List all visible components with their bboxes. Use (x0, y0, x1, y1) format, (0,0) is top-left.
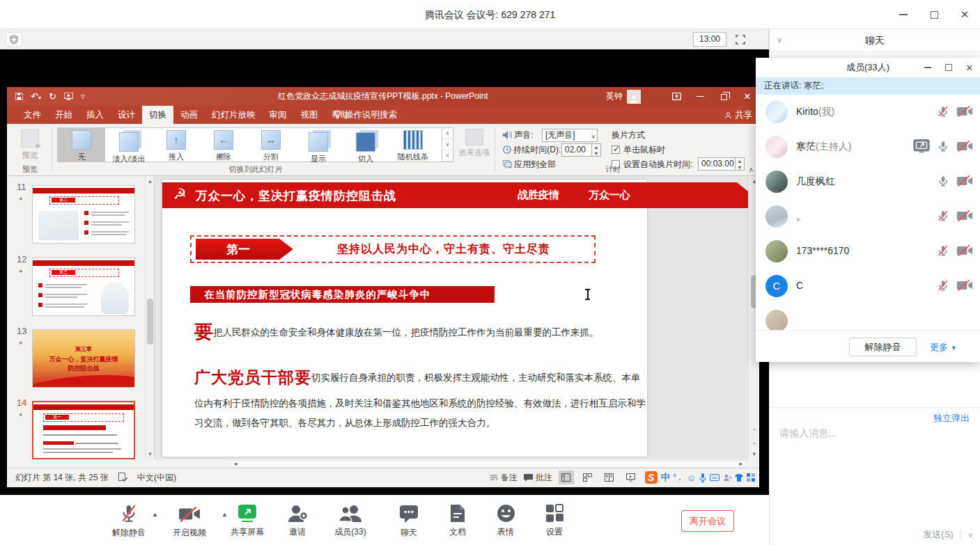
member-row[interactable]: 几度枫红 (756, 164, 980, 199)
slide-thumbnail-14-selected[interactable]: 第一 (32, 401, 135, 459)
ime-keyboard-icon[interactable] (710, 474, 720, 481)
member-row[interactable] (756, 303, 980, 330)
mic-on-icon[interactable] (937, 174, 949, 188)
thumbnail-scrollbar[interactable]: ▲ ▼ (145, 176, 154, 459)
sound-select[interactable]: [无声音]∨ (542, 129, 598, 142)
tab-home[interactable]: 开始 (48, 106, 79, 124)
paragraph-2[interactable]: 广大党员干部要切实履行自身承担的职责，积极发挥主观能动性，主动研究和落实本系统、… (194, 361, 646, 432)
leave-meeting-button[interactable]: 离开会议 (681, 510, 734, 532)
comments-button[interactable]: 批注 (524, 472, 552, 484)
close-button[interactable]: ✕ (949, 0, 980, 29)
duration-spinner[interactable]: ▲▼ (592, 143, 601, 157)
camera-off-icon[interactable] (956, 279, 973, 292)
transition-wipe[interactable]: 擦除 (200, 128, 247, 161)
members-button[interactable]: 成员(33) (326, 504, 375, 538)
ime-emoji-icon[interactable]: ☺ (687, 473, 696, 483)
previous-slide-icon[interactable]: ⌃ (749, 428, 759, 434)
mic-options-caret[interactable]: ▲ (152, 511, 158, 518)
ppt-minimize-button[interactable] (688, 87, 712, 106)
maximize-button[interactable] (919, 0, 949, 29)
members-close-button[interactable]: ✕ (959, 58, 980, 77)
tab-insert[interactable]: 插入 (79, 106, 111, 124)
camera-off-icon[interactable] (956, 140, 973, 152)
slideshow-view-button[interactable] (623, 471, 639, 484)
account-name[interactable]: 英钟 (606, 90, 623, 102)
gallery-scroll[interactable]: ∧∨≡ (442, 127, 453, 162)
camera-off-icon[interactable] (956, 244, 973, 257)
mic-muted-icon[interactable] (937, 104, 949, 118)
ime-language-icon[interactable]: 中 (661, 471, 670, 484)
emoji-button[interactable]: 表情 (481, 504, 530, 538)
screen-sharing-icon[interactable] (913, 139, 930, 153)
send-options-icon[interactable]: ∨ (968, 531, 973, 539)
section-title-box[interactable]: 第一 坚持以人民为中心，守土有责、守土尽责 (190, 235, 596, 263)
slide-thumbnail-13[interactable]: 第三章 万众一心，坚决打赢疫情 防控阻击战 (32, 329, 135, 388)
spellcheck-icon[interactable] (118, 473, 127, 482)
slide-thumbnail-12[interactable]: 第三 (32, 258, 135, 316)
scroll-up-icon[interactable]: ▲ (146, 178, 155, 184)
chat-button[interactable]: 聊天 (384, 504, 433, 539)
ime-mic-icon[interactable] (699, 473, 706, 482)
camera-off-icon[interactable] (956, 105, 973, 118)
notes-button[interactable]: 备注 (490, 472, 518, 484)
slide-sorter-view-button[interactable] (580, 471, 596, 484)
paragraph-1[interactable]: 要把人民群众的生命安全和身体健康放在第一位，把疫情防控工作作为当前最重要的工作来… (194, 317, 640, 349)
mic-muted-icon[interactable] (937, 209, 949, 223)
next-slide-icon[interactable]: ⌄ (749, 439, 759, 445)
invite-button[interactable]: 邀请 (273, 504, 322, 538)
account-avatar[interactable] (627, 90, 641, 104)
ppt-restore-button[interactable] (712, 87, 736, 106)
auto-advance-spinner[interactable]: ▲▼ (736, 157, 745, 171)
ribbon-display-options-button[interactable] (664, 87, 688, 106)
transition-random-bars[interactable]: 随机线条 (389, 128, 437, 161)
on-click-checkbox[interactable]: 单击鼠标时 (612, 144, 665, 156)
member-row[interactable]: 。 (756, 199, 980, 234)
send-button[interactable]: 发送(S) (923, 528, 953, 541)
transition-cut[interactable]: 切入 (342, 128, 389, 161)
tab-animations[interactable]: 动画 (173, 106, 205, 124)
security-shield-button[interactable] (6, 32, 22, 47)
member-row[interactable]: C C (756, 269, 980, 303)
unmute-toolbar-button[interactable]: 解除静音 (104, 504, 153, 539)
effect-options-button[interactable]: 效果选项 (458, 129, 490, 158)
sogou-logo-icon[interactable]: S (645, 471, 658, 484)
collapse-ribbon-icon[interactable]: ∧ (749, 166, 754, 173)
mic-on-icon[interactable] (937, 139, 949, 153)
share-screen-button[interactable]: 共享屏幕 (223, 504, 272, 538)
mic-muted-icon[interactable] (937, 278, 949, 292)
duration-input[interactable]: 02.00 (561, 143, 592, 157)
member-row[interactable]: 寒茫(主持人) (756, 129, 980, 164)
language-indicator[interactable]: 中文(中国) (137, 472, 176, 484)
settings-button[interactable]: 设置 (530, 504, 579, 538)
popout-link[interactable]: 独立弹出 (933, 412, 970, 425)
docs-button[interactable]: 文档 (433, 504, 482, 538)
transition-split[interactable]: 分割 (247, 128, 295, 161)
transition-push[interactable]: 推入 (153, 128, 200, 161)
message-input[interactable]: 请输入消息... (779, 427, 837, 440)
ime-skin-icon[interactable] (735, 474, 743, 482)
ime-punctuation-icon[interactable]: °， (674, 473, 683, 482)
unmute-button[interactable]: 解除静音 (849, 338, 917, 356)
scroll-down-icon[interactable]: ▼ (749, 451, 759, 457)
camera-off-icon[interactable] (956, 175, 973, 187)
transition-reveal[interactable]: 显示 (295, 128, 342, 161)
more-button[interactable]: 更多 ▼ (930, 338, 957, 356)
scroll-left-icon[interactable]: ◄ (233, 461, 238, 468)
ime-grid-icon[interactable] (747, 473, 755, 482)
scroll-down-icon[interactable]: ▼ (146, 451, 155, 457)
scroll-right-icon[interactable]: ► (738, 461, 744, 468)
camera-off-icon[interactable] (956, 210, 973, 222)
tab-design[interactable]: 设计 (111, 106, 142, 124)
transition-none[interactable]: 无 (58, 128, 105, 161)
preview-button[interactable]: 预览 (14, 128, 46, 166)
tab-view[interactable]: 视图 (294, 106, 325, 124)
editor-hscrollbar[interactable]: ◄ ► (230, 460, 747, 468)
tab-review[interactable]: 审阅 (263, 106, 294, 124)
members-minimize-button[interactable] (917, 58, 938, 77)
fullscreen-button[interactable] (732, 32, 749, 47)
tab-transitions[interactable]: 切换 (142, 106, 173, 124)
slide-thumbnail-11[interactable]: 第二 (32, 185, 135, 244)
scrollbar-thumb[interactable] (147, 299, 153, 345)
auto-advance-input[interactable]: 00:03.00 (698, 157, 736, 171)
members-maximize-button[interactable] (938, 58, 959, 77)
